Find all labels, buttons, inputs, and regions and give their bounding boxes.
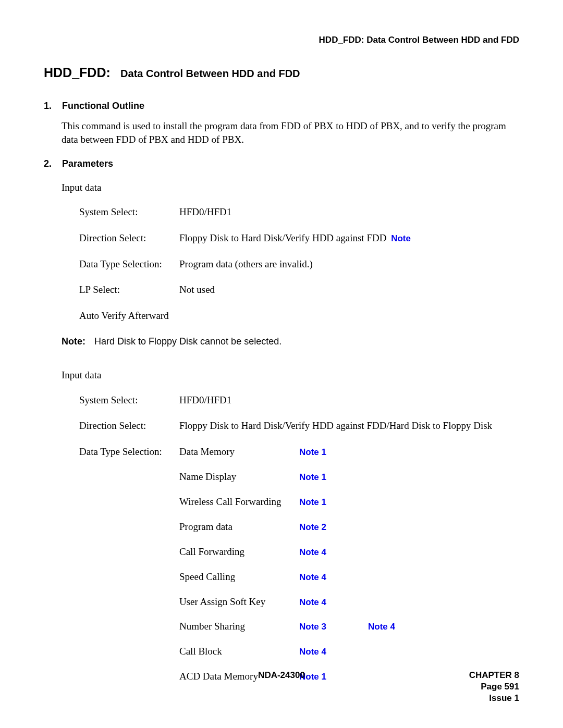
- input-data-block-2: System Select: HFD0/HFD1 Direction Selec…: [79, 393, 519, 459]
- direction-select-label: Direction Select:: [79, 231, 179, 245]
- direction-select-text: Floppy Disk to Hard Disk/Verify HDD agai…: [179, 232, 389, 243]
- data-type-name: Number Sharing: [179, 620, 299, 633]
- data-type-selection-row-2: Data Type Selection: Data MemoryNote 1: [79, 445, 519, 459]
- lp-select-row: LP Select: Not used: [79, 283, 519, 297]
- note-line: Note: Hard Disk to Floppy Disk cannot be…: [62, 335, 519, 348]
- input-data-label-1: Input data: [62, 181, 519, 194]
- data-type-name: Program data: [179, 520, 299, 534]
- lp-select-value: Not used: [179, 283, 519, 297]
- direction-select-row-2: Direction Select: Floppy Disk to Hard Di…: [79, 419, 519, 433]
- note-link[interactable]: Note: [391, 233, 411, 243]
- data-type-row: User Assign Soft KeyNote 4: [179, 595, 519, 609]
- note-link[interactable]: Note 4: [299, 597, 326, 609]
- input-data-label-2: Input data: [62, 368, 519, 382]
- data-type-row: Speed CallingNote 4: [179, 570, 519, 584]
- page-footer: NDA-24300 CHAPTER 8 Page 591 Issue 1: [44, 670, 519, 704]
- data-type-name: Wireless Call Forwarding: [179, 495, 299, 509]
- note-link[interactable]: Note 1: [299, 472, 326, 484]
- note-link[interactable]: Note 4: [299, 547, 326, 559]
- title-code: HDD_FDD: [44, 65, 106, 80]
- section-1-title: Functional Outline: [62, 101, 144, 111]
- note-text: Hard Disk to Floppy Disk cannot be selec…: [94, 336, 282, 347]
- data-type-name: Call Block: [179, 645, 299, 658]
- title-separator: :: [106, 65, 110, 80]
- footer-issue: Issue 1: [436, 693, 519, 704]
- data-type-name: Call Forwarding: [179, 545, 299, 559]
- footer-chapter: CHAPTER 8: [436, 670, 519, 681]
- system-select-value-2: HFD0/HFD1: [179, 393, 519, 407]
- section-1-number: 1.: [44, 100, 59, 112]
- note-link[interactable]: Note 3: [299, 621, 326, 633]
- note-link[interactable]: Note 4: [299, 572, 326, 584]
- data-type-name: Speed Calling: [179, 570, 299, 584]
- data-type-name: Data Memory: [179, 445, 299, 459]
- input-data-block-1: System Select: HFD0/HFD1 Direction Selec…: [79, 205, 519, 323]
- footer-right: CHAPTER 8 Page 591 Issue 1: [436, 670, 519, 704]
- direction-select-label-2: Direction Select:: [79, 419, 179, 433]
- data-type-row: Wireless Call ForwardingNote 1: [179, 495, 519, 509]
- system-select-row: System Select: HFD0/HFD1: [79, 205, 519, 219]
- running-header: HDD_FDD: Data Control Between HDD and FD…: [44, 34, 519, 46]
- system-select-row-2: System Select: HFD0/HFD1: [79, 393, 519, 407]
- page-title: HDD_FDD: Data Control Between HDD and FD…: [44, 64, 519, 82]
- note-link[interactable]: Note 2: [299, 522, 326, 534]
- footer-doc-id: NDA-24300: [127, 670, 436, 682]
- system-select-value: HFD0/HFD1: [179, 205, 519, 219]
- note-label: Note:: [62, 336, 85, 347]
- data-type-selection-label-2: Data Type Selection:: [79, 445, 179, 459]
- data-type-selection-row: Data Type Selection: Program data (other…: [79, 257, 519, 271]
- title-description: Data Control Between HDD and FDD: [120, 68, 300, 79]
- system-select-label: System Select:: [79, 205, 179, 219]
- data-type-row: Program dataNote 2: [179, 520, 519, 534]
- note-link[interactable]: Note 1: [299, 447, 326, 457]
- data-type-row: Call ForwardingNote 4: [179, 545, 519, 559]
- data-type-selection-first: Data MemoryNote 1: [179, 445, 519, 459]
- section-2-number: 2.: [44, 157, 59, 170]
- data-type-selection-label: Data Type Selection:: [79, 257, 179, 271]
- direction-select-value-2: Floppy Disk to Hard Disk/Verify HDD agai…: [179, 419, 519, 433]
- data-type-rows: Name DisplayNote 1Wireless Call Forwardi…: [179, 470, 519, 683]
- data-type-name: Name Display: [179, 470, 299, 484]
- data-type-selection-value: Program data (others are invalid.): [179, 257, 519, 271]
- direction-select-value: Floppy Disk to Hard Disk/Verify HDD agai…: [179, 231, 519, 245]
- auto-verify-label: Auto Verify Afterward: [79, 309, 169, 323]
- section-1-body: This command is used to install the prog…: [62, 119, 519, 146]
- data-type-row: Number SharingNote 3Note 4: [179, 620, 519, 633]
- system-select-label-2: System Select:: [79, 393, 179, 407]
- data-type-name: User Assign Soft Key: [179, 595, 299, 609]
- direction-select-row: Direction Select: Floppy Disk to Hard Di…: [79, 231, 519, 245]
- lp-select-label: LP Select:: [79, 283, 179, 297]
- section-1-heading: 1. Functional Outline: [44, 100, 519, 112]
- data-type-row: Call BlockNote 4: [179, 645, 519, 658]
- section-2-title: Parameters: [62, 158, 113, 169]
- note-link[interactable]: Note 1: [299, 497, 326, 509]
- note-link[interactable]: Note 4: [299, 646, 326, 658]
- section-2-heading: 2. Parameters: [44, 157, 519, 170]
- auto-verify-row: Auto Verify Afterward: [79, 309, 519, 323]
- note-link[interactable]: Note 4: [368, 621, 395, 633]
- footer-page: Page 591: [436, 681, 519, 693]
- data-type-row: Name DisplayNote 1: [179, 470, 519, 484]
